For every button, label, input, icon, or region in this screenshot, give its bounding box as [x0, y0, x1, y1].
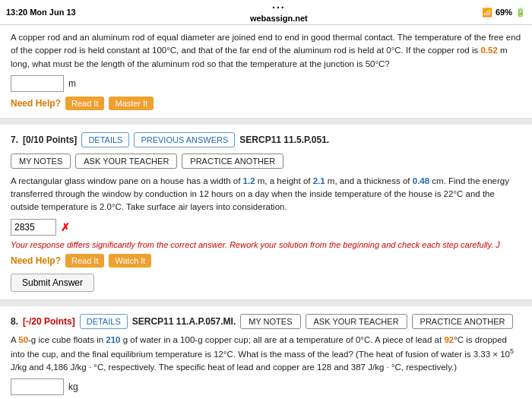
battery-icon: 🔋	[515, 8, 526, 17]
problem8-unit: kg	[68, 382, 78, 392]
details-button-8[interactable]: DETAILS	[80, 314, 128, 329]
master-it-button-top[interactable]: Master It	[109, 97, 154, 110]
problem8-section: 8. [-/20 Points] DETAILS SERCP11 11.A.P.…	[0, 306, 532, 400]
problem8-input-row: kg	[11, 378, 521, 395]
status-time: 13:20 Mon Jun 13	[6, 8, 76, 17]
problem-top-section: A copper rod and an aluminum rod of equa…	[0, 25, 532, 119]
ask-teacher-button-7[interactable]: ASK YOUR TEACHER	[75, 154, 177, 169]
problem7-text: A rectangular glass window pane on a hou…	[11, 175, 521, 214]
details-button-7[interactable]: DETAILS	[81, 132, 129, 147]
practice-another-button-7[interactable]: PRACTICE ANOTHER	[182, 154, 283, 169]
divider-1	[0, 119, 532, 125]
problem8-code: SERCP11 11.A.P.057.MI.	[132, 316, 236, 327]
problem-top-unit: m	[68, 78, 76, 89]
watch-it-button-7[interactable]: Watch It	[109, 254, 151, 268]
read-it-button-7[interactable]: Read It	[65, 254, 104, 268]
problem7-notes-bar: MY NOTES ASK YOUR TEACHER PRACTICE ANOTH…	[11, 154, 521, 169]
problem7-error-msg: Your response differs significantly from…	[11, 240, 521, 249]
problem7-code: SERCP11 11.5.P.051.	[239, 135, 329, 145]
problem7-help-row: Need Help? Read It Watch It	[11, 254, 521, 268]
problem-top-text: A copper rod and an aluminum rod of equa…	[11, 31, 521, 71]
need-help-label-top: Need Help?	[11, 98, 61, 109]
problem7-number: 7.	[11, 135, 18, 145]
problem7-points: [0/10 Points]	[23, 135, 77, 145]
problem-top-input[interactable]	[11, 75, 64, 92]
problem8-input[interactable]	[11, 378, 64, 395]
problem8-text: A 50-g ice cube floats in 210 g of water…	[11, 334, 521, 375]
my-notes-button-7[interactable]: MY NOTES	[11, 154, 71, 169]
wifi-icon: 📶	[482, 8, 492, 17]
problem8-number: 8.	[11, 316, 18, 327]
divider-2	[0, 300, 532, 306]
need-help-label-7: Need Help?	[11, 255, 61, 266]
problem-top-input-row: m	[11, 75, 521, 92]
my-notes-button-8[interactable]: MY NOTES	[240, 314, 300, 329]
dots: ···	[272, 2, 286, 14]
url-bar[interactable]: ··· webassign.net	[250, 2, 308, 23]
problem7-input[interactable]	[11, 219, 56, 236]
prev-answers-button-7[interactable]: PREVIOUS ANSWERS	[134, 132, 235, 147]
practice-another-button-8[interactable]: PRACTICE ANOTHER	[412, 314, 514, 329]
problem7-header: 7. [0/10 Points] DETAILS PREVIOUS ANSWER…	[11, 132, 521, 147]
battery-percent: 69%	[496, 8, 512, 17]
error-x-icon: ✗	[61, 221, 70, 233]
ask-teacher-button-8[interactable]: ASK YOUR TEACHER	[306, 314, 407, 329]
url-text: webassign.net	[250, 14, 308, 23]
status-right: 📶 69% 🔋	[482, 8, 526, 17]
problem7-section: 7. [0/10 Points] DETAILS PREVIOUS ANSWER…	[0, 125, 532, 300]
problem7-input-row: ✗	[11, 219, 521, 236]
problem8-points: [-/20 Points]	[23, 316, 75, 327]
problem8-header: 8. [-/20 Points] DETAILS SERCP11 11.A.P.…	[11, 314, 521, 329]
status-bar: 13:20 Mon Jun 13 ··· webassign.net 📶 69%…	[0, 0, 532, 25]
submit-answer-button-7[interactable]: Submit Answer	[11, 274, 94, 292]
read-it-button-top[interactable]: Read It	[65, 97, 104, 110]
problem-top-help-row: Need Help? Read It Master It	[11, 97, 521, 110]
